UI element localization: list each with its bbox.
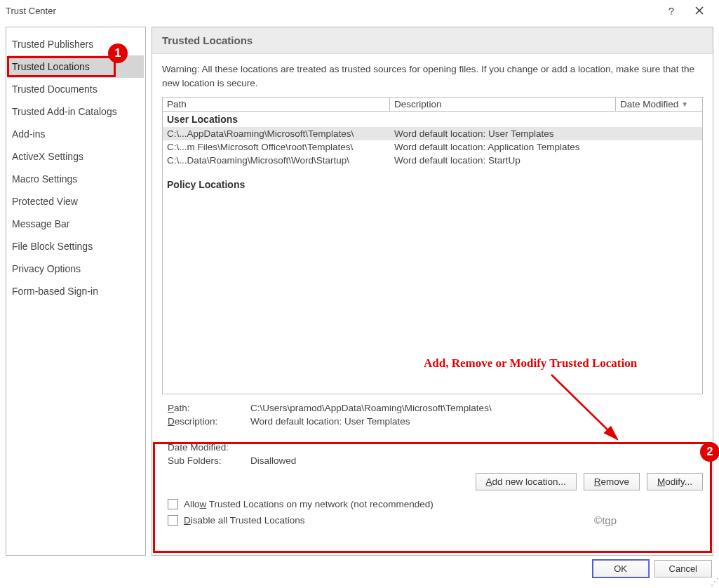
column-date-label: Date Modified: [620, 99, 678, 109]
cell-path: C:\...m Files\Microsoft Office\root\Temp…: [163, 141, 390, 153]
add-new-location-button[interactable]: Add new location...: [476, 473, 577, 490]
sidebar-item-form-based-signin[interactable]: Form-based Sign-in: [8, 280, 144, 302]
dialog-title: Trust Center: [6, 6, 657, 16]
modify-button[interactable]: Modify...: [647, 473, 703, 490]
sidebar: Trusted Publishers Trusted Locations Tru…: [6, 27, 146, 556]
sidebar-item-file-block-settings[interactable]: File Block Settings: [8, 235, 144, 258]
table-row[interactable]: C:\...AppData\Roaming\Microsoft\Template…: [163, 127, 702, 140]
help-icon[interactable]: ?: [657, 5, 685, 17]
watermark: ©tgp: [594, 514, 617, 526]
dialog-footer: OK Cancel: [0, 556, 719, 582]
sidebar-item-protected-view[interactable]: Protected View: [8, 190, 144, 213]
detail-description-value: Word default location: User Templates: [250, 416, 410, 427]
section-title: Trusted Locations: [152, 27, 713, 54]
selection-details: Path: C:\Users\pramod\AppData\Roaming\Mi…: [152, 394, 713, 470]
column-path[interactable]: Path: [163, 98, 390, 111]
resize-grip-icon[interactable]: ⋰: [711, 577, 718, 587]
locations-table: Path Description Date Modified ▼ User Lo…: [162, 97, 703, 394]
sidebar-item-trusted-addin-catalogs[interactable]: Trusted Add-in Catalogs: [8, 100, 144, 123]
allow-network-label: Allow Trusted Locations on my network (n…: [184, 499, 434, 509]
cancel-button[interactable]: Cancel: [654, 560, 712, 577]
main-panel: Trusted Locations Warning: All these loc…: [152, 27, 713, 556]
cell-description: Word default location: StartUp: [390, 154, 616, 166]
disable-all-label: Disable all Trusted Locations: [184, 515, 305, 526]
close-icon[interactable]: [685, 5, 713, 17]
cell-date: [616, 128, 702, 140]
allow-network-row: Allow Trusted Locations on my network (n…: [152, 496, 713, 512]
title-bar: Trust Center ?: [0, 0, 719, 21]
sidebar-item-macro-settings[interactable]: Macro Settings: [8, 168, 144, 190]
sidebar-item-trusted-locations[interactable]: Trusted Locations: [8, 55, 144, 78]
cell-path: C:\...AppData\Roaming\Microsoft\Template…: [163, 128, 390, 140]
detail-path-label: Path:: [168, 403, 250, 413]
cell-description: Word default location: Application Templ…: [390, 141, 616, 153]
location-buttons-row: Add new location... Remove Modify...: [152, 470, 713, 496]
cell-date: [616, 154, 702, 166]
sidebar-item-privacy-options[interactable]: Privacy Options: [8, 258, 144, 280]
remove-button[interactable]: Remove: [584, 473, 640, 490]
allow-network-checkbox[interactable]: [168, 499, 178, 509]
warning-text: Warning: All these locations are treated…: [152, 54, 713, 97]
detail-description-label: Description:: [168, 416, 250, 427]
sidebar-item-trusted-documents[interactable]: Trusted Documents: [8, 78, 144, 100]
sort-icon: ▼: [681, 100, 688, 108]
column-description[interactable]: Description: [390, 98, 616, 111]
table-row[interactable]: C:\...m Files\Microsoft Office\root\Temp…: [163, 140, 702, 154]
column-date-modified[interactable]: Date Modified ▼: [616, 98, 702, 111]
cell-date: [616, 141, 702, 153]
sidebar-item-activex-settings[interactable]: ActiveX Settings: [8, 145, 144, 168]
cell-description: Word default location: User Templates: [390, 128, 616, 140]
detail-path-value: C:\Users\pramod\AppData\Roaming\Microsof…: [250, 403, 492, 413]
sidebar-item-message-bar[interactable]: Message Bar: [8, 213, 144, 235]
detail-subfolders-label: Sub Folders:: [168, 455, 250, 466]
cell-path: C:\...Data\Roaming\Microsoft\Word\Startu…: [163, 154, 390, 166]
table-row[interactable]: C:\...Data\Roaming\Microsoft\Word\Startu…: [163, 154, 702, 167]
sidebar-item-addins[interactable]: Add-ins: [8, 123, 144, 145]
detail-date-label: Date Modified:: [168, 442, 250, 453]
group-user-locations: User Locations: [163, 112, 702, 127]
sidebar-item-trusted-publishers[interactable]: Trusted Publishers: [8, 33, 144, 55]
ok-button[interactable]: OK: [593, 560, 649, 577]
group-policy-locations: Policy Locations: [163, 177, 702, 192]
disable-all-row: Disable all Trusted Locations: [152, 512, 713, 528]
disable-all-checkbox[interactable]: [168, 515, 178, 526]
table-header: Path Description Date Modified ▼: [163, 98, 702, 112]
detail-subfolders-value: Disallowed: [250, 455, 296, 466]
